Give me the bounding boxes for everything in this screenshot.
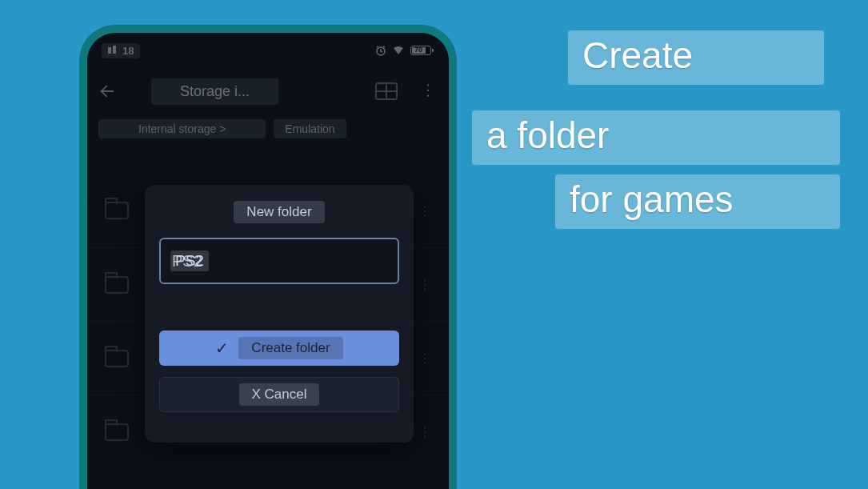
grid-view-icon[interactable] [375, 82, 398, 100]
status-time-text: 18 [122, 45, 134, 57]
back-icon[interactable] [98, 82, 116, 100]
status-indicator-icon [108, 46, 118, 55]
row-more-icon[interactable]: ⋯ [418, 204, 433, 217]
check-icon: ✓ [215, 339, 229, 358]
cancel-button[interactable]: X Cancel [159, 377, 399, 412]
alarm-icon [375, 45, 386, 56]
breadcrumb: Internal storage > Emulation [87, 119, 449, 138]
app-bar: Storage i... ⋯ [87, 68, 449, 114]
new-folder-dialog: New folder PS2 ✓ Create folder X Cancel [145, 185, 414, 443]
wifi-icon [393, 46, 404, 55]
folder-icon [105, 350, 129, 367]
caption-line-3: for games [555, 174, 840, 229]
page-title: Storage i... [151, 78, 278, 105]
svg-rect-0 [108, 47, 111, 54]
dialog-title: New folder [159, 201, 399, 223]
row-more-icon[interactable]: ⋯ [418, 352, 433, 365]
create-folder-button[interactable]: ✓ Create folder [159, 331, 399, 366]
phone-frame: 18 70 Storage i... ⋯ [80, 26, 456, 489]
breadcrumb-internal-storage[interactable]: Internal storage > [98, 119, 266, 138]
battery-text: 70 [414, 46, 422, 54]
status-time: 18 [102, 43, 140, 58]
folder-icon [105, 202, 129, 219]
row-more-icon[interactable]: ⋯ [418, 279, 433, 291]
caption-line-1: Create [568, 30, 824, 85]
more-menu-icon[interactable]: ⋯ [419, 82, 438, 100]
caption-line-2: a folder [472, 110, 840, 165]
folder-icon [105, 276, 129, 294]
folder-icon [105, 423, 129, 441]
status-right: 70 [375, 45, 431, 56]
battery-icon: 70 [410, 46, 431, 55]
cancel-label: X Cancel [239, 383, 320, 406]
dialog-title-text: New folder [234, 201, 324, 223]
row-more-icon[interactable]: ⋯ [418, 426, 433, 439]
status-bar: 18 70 [87, 33, 449, 68]
phone-screen: 18 70 Storage i... ⋯ [87, 33, 449, 489]
svg-rect-1 [113, 46, 116, 54]
folder-name-input[interactable] [159, 238, 399, 284]
breadcrumb-emulation[interactable]: Emulation [274, 119, 346, 138]
create-folder-label: Create folder [238, 337, 342, 359]
